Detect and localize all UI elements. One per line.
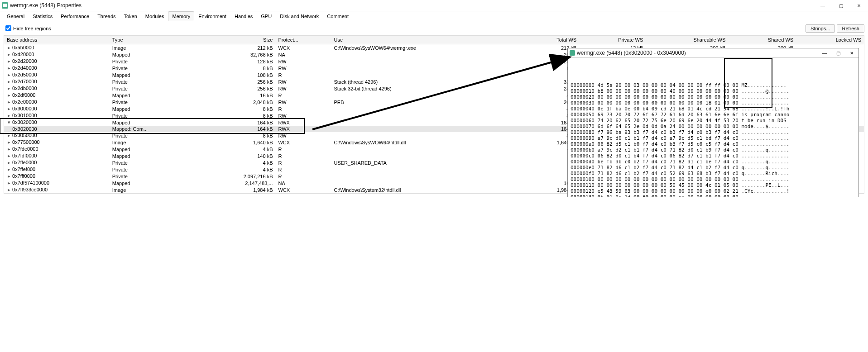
- cell: Mapped: [110, 119, 199, 126]
- cell: 256 kB: [199, 78, 276, 85]
- hide-free-regions-label: Hide free regions: [13, 26, 51, 31]
- cell: R: [275, 105, 331, 112]
- cell: Image: [110, 186, 199, 193]
- tab-threads[interactable]: Threads: [93, 11, 120, 21]
- cell: WCX: [275, 139, 331, 146]
- column-header[interactable]: Private WS: [579, 36, 646, 44]
- hex-minimize-button[interactable]: —: [818, 48, 831, 57]
- refresh-button[interactable]: Refresh: [837, 24, 864, 33]
- cell: 108 kB: [199, 71, 276, 78]
- cell: WCX: [275, 186, 331, 193]
- svg-rect-2: [570, 50, 575, 56]
- cell: 4 kB: [199, 166, 276, 173]
- cell: 128 kB: [199, 58, 276, 65]
- tab-memory[interactable]: Memory: [168, 11, 194, 21]
- hide-free-regions-checkbox[interactable]: [5, 25, 11, 31]
- tab-general[interactable]: General: [3, 11, 29, 21]
- cell: RWX: [275, 126, 331, 132]
- base-address-cell: ▸ 0x2db0000: [4, 85, 110, 92]
- cell: Image: [110, 139, 199, 146]
- cell: Private: [110, 65, 199, 71]
- cell: [331, 146, 523, 152]
- tab-token[interactable]: Token: [120, 11, 141, 21]
- cell: RW: [275, 112, 331, 119]
- base-address-cell: ▸ 0x7fdf0000: [4, 152, 110, 159]
- cell: R: [275, 159, 331, 166]
- cell: RW: [275, 85, 331, 92]
- tab-bar: GeneralStatisticsPerformanceThreadsToken…: [0, 11, 868, 21]
- cell: 164 kB: [199, 126, 276, 132]
- cell: 212 kB: [199, 44, 276, 52]
- hex-maximize-button[interactable]: ▢: [831, 48, 845, 57]
- cell: Private: [110, 112, 199, 119]
- cell: R: [275, 146, 331, 152]
- cell: 164 kB: [199, 119, 276, 126]
- close-button[interactable]: ✕: [850, 0, 868, 11]
- content-area: Base addressTypeSizeProtect...UseTotal W…: [0, 35, 868, 197]
- column-header[interactable]: Total WS: [523, 36, 579, 44]
- maximize-button[interactable]: ▢: [832, 0, 850, 11]
- cell: Mapped: [110, 180, 199, 186]
- column-header[interactable]: Use: [331, 36, 523, 44]
- tab-modules[interactable]: Modules: [141, 11, 168, 21]
- cell: 2,048 kB: [199, 99, 276, 105]
- cell: 4 kB: [199, 146, 276, 152]
- cell: [331, 71, 523, 78]
- tab-statistics[interactable]: Statistics: [29, 11, 57, 21]
- cell: Mapped: [110, 71, 199, 78]
- tab-disk-and-network[interactable]: Disk and Network: [276, 11, 323, 21]
- minimize-button[interactable]: —: [814, 0, 832, 11]
- cell: [331, 173, 523, 180]
- tab-comment[interactable]: Comment: [323, 11, 353, 21]
- tab-handles[interactable]: Handles: [230, 11, 257, 21]
- column-header[interactable]: Type: [110, 36, 199, 44]
- tab-performance[interactable]: Performance: [57, 11, 93, 21]
- cell: [331, 132, 523, 139]
- base-address-cell: ▸ 0x2d50000: [4, 71, 110, 78]
- base-address-cell: ▸ 0x7ff933ce0000: [4, 186, 110, 193]
- cell: 140 kB: [199, 152, 276, 159]
- base-address-cell: ▸ 0x7df574100000: [4, 180, 110, 186]
- app-icon: [2, 2, 8, 9]
- cell: Private: [110, 78, 199, 85]
- column-header[interactable]: Shared WS: [728, 36, 796, 44]
- tab-environment[interactable]: Environment: [194, 11, 230, 21]
- cell: 8 kB: [199, 105, 276, 112]
- cell: [331, 119, 523, 126]
- column-header[interactable]: Protect...: [275, 36, 331, 44]
- hex-text: 00000000 4d 5a 90 00 03 00 00 00 04 00 0…: [571, 82, 856, 197]
- cell: Mapped: [110, 92, 199, 99]
- column-header[interactable]: Shareable WS: [646, 36, 728, 44]
- hex-viewer-window[interactable]: wermgr.exe (5448) (0x3020000 - 0x3049000…: [567, 48, 859, 197]
- cell: 2,097,216 kB: [199, 173, 276, 180]
- column-header[interactable]: Locked WS: [796, 36, 864, 44]
- cell: 1,640 kB: [199, 139, 276, 146]
- cell: Image: [110, 44, 199, 52]
- column-header[interactable]: Base address: [4, 36, 110, 44]
- column-header[interactable]: Size: [199, 36, 276, 44]
- cell: RW: [275, 99, 331, 105]
- cell: RW: [275, 58, 331, 65]
- cell: Private: [110, 166, 199, 173]
- base-address-cell: 0x3020000: [4, 126, 110, 132]
- app-icon: [570, 50, 575, 56]
- base-address-cell: ▸ 0x3050000: [4, 132, 110, 139]
- hex-dump-area[interactable]: 00000000 4d 5a 90 00 03 00 00 00 04 00 0…: [568, 58, 858, 197]
- cell: 2,147,483,...: [199, 180, 276, 186]
- tab-gpu[interactable]: GPU: [257, 11, 276, 21]
- base-address-cell: ▸ 0x7fff0000: [4, 173, 110, 180]
- cell: PEB: [331, 99, 523, 105]
- cell: 8 kB: [199, 132, 276, 139]
- base-address-cell: ▸ 0x2d70000: [4, 78, 110, 85]
- cell: C:\Windows\System32\ntdll.dll: [331, 186, 523, 193]
- cell: [331, 166, 523, 173]
- base-address-cell: ▸ 0xab0000: [4, 44, 110, 52]
- cell: 4 kB: [199, 159, 276, 166]
- cell: R: [275, 173, 331, 180]
- hex-close-button[interactable]: ✕: [845, 48, 858, 57]
- cell: Stack (thread 4296): [331, 78, 523, 85]
- cell: [331, 152, 523, 159]
- cell: R: [275, 92, 331, 99]
- cell: RW: [275, 65, 331, 71]
- strings-button[interactable]: Strings...: [806, 24, 835, 33]
